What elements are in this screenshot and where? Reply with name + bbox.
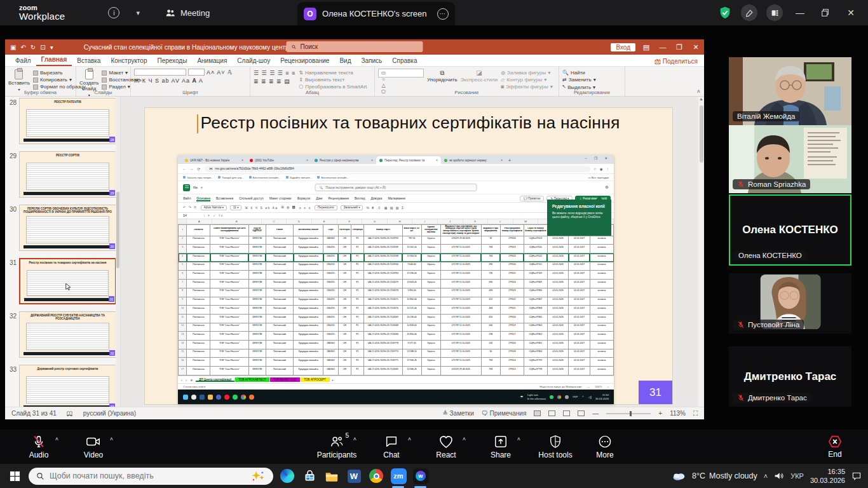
table-cell[interactable]: DB0302 — [323, 349, 339, 358]
share-button[interactable]: Share˄ — [473, 435, 528, 459]
inner-language-indicator[interactable]: УКР — [573, 395, 578, 398]
table-cell[interactable]: 071787 11.10.2025 — [440, 271, 481, 280]
bookmark-item[interactable]: Бесплатное онлайн... — [249, 176, 281, 179]
table-cell[interactable]: 02.01.2026 — [547, 332, 569, 341]
table-cell[interactable]: 32 — [481, 236, 500, 245]
table-cell[interactable]: СЦН№97807 — [524, 297, 547, 306]
table-cell[interactable]: UA-17-0220-70290-23-7209778 — [364, 341, 402, 349]
table-cell[interactable]: Полтавська — [187, 288, 210, 297]
table-cell[interactable]: 071787 11.10.2025 — [440, 306, 481, 315]
table-cell[interactable]: 33931738 — [248, 262, 266, 271]
table-cell[interactable]: основна — [590, 314, 613, 323]
chat-button[interactable]: Chat˄ — [364, 435, 419, 459]
table-cell[interactable]: 56 — [481, 349, 500, 358]
settings-gear-icon[interactable]: ✲ — [605, 185, 609, 190]
column-header-J[interactable]: J — [438, 219, 463, 224]
table-cell[interactable]: UA-17-0220-70290-23-7224568 — [364, 323, 402, 332]
table-cell[interactable]: Кукурудза звичайна — [294, 306, 323, 315]
table-cell[interactable]: Полтавська — [187, 236, 210, 245]
browser-tab[interactable]: Реєстри у сфері насінництва× — [311, 156, 376, 164]
tab-close-icon[interactable]: × — [241, 158, 243, 162]
table-row[interactable]: 4ПолтавськаТОВ "Стасі Насіння"33931738По… — [179, 254, 614, 262]
video-options-chevron[interactable]: ˄ — [110, 436, 113, 442]
table-cell[interactable]: 10 121,00 — [402, 306, 421, 315]
table-cell[interactable]: Полтавська — [187, 358, 210, 367]
table-cell[interactable]: СЦН№97806 — [524, 288, 547, 297]
table-cell[interactable]: Україна — [421, 349, 440, 358]
feedback-link[interactable]: Надіслати відгук до Майкрософт — [539, 385, 582, 388]
cell-name-box[interactable]: S4 — [183, 214, 205, 217]
table-cell[interactable]: UA-17-0220-70290-23-7224569 — [364, 314, 402, 323]
table-cell[interactable]: 33931738 — [248, 245, 266, 254]
table-cell[interactable]: Україна — [421, 367, 440, 376]
ribbon-tab-Переходы[interactable]: Переходы — [152, 56, 192, 66]
table-cell[interactable]: ТОВ "Стасі Насіння" — [210, 262, 248, 271]
normal-view-icon[interactable] — [534, 410, 541, 416]
table-cell[interactable]: СН — [338, 262, 351, 271]
table-cell[interactable]: основна — [590, 341, 613, 349]
slide-thumbnail-33[interactable]: Державний реєстр сортових сертифікатів33 — [19, 365, 116, 407]
webex-icon[interactable]: w — [412, 468, 429, 484]
table-cell[interactable]: 02.01.2026 — [547, 271, 569, 280]
table-cell[interactable]: СЦН№97809 — [524, 280, 547, 288]
whatsapp-tray-icon[interactable] — [550, 395, 553, 399]
table-cell[interactable]: Кукурудза звичайна — [294, 245, 323, 254]
zoom-in-icon[interactable]: + — [658, 410, 662, 417]
slide-thumbnail-32[interactable]: ДЕРЖАВНИЙ РЕЄСТР СУБ'ЄКТІВ НАСІННИЦТВА Т… — [19, 311, 116, 358]
table-cell[interactable]: 279526 — [500, 314, 524, 323]
table-cell[interactable]: Україна — [421, 314, 440, 323]
row-number[interactable]: 16 — [179, 358, 187, 367]
font-size-select[interactable] — [188, 69, 205, 76]
notifications-icon[interactable] — [851, 471, 862, 481]
slide-counter[interactable]: Слайд 31 из 41 — [11, 410, 57, 417]
column-header-E[interactable]: E — [312, 219, 337, 224]
table-cell[interactable]: Полтавський — [266, 288, 294, 297]
participant-tile-3[interactable]: Олена КОСТЕНКООлена КОСТЕНКО — [729, 194, 851, 266]
inner-weather[interactable]: Light rainIn the afternoon — [527, 393, 546, 400]
border-fill-color-icons[interactable]: ⊞ ◍ 🅰 — [281, 205, 297, 210]
react-button[interactable]: React˄ — [419, 435, 473, 459]
excel-search-box[interactable]: 🔍 Пошук інструментів, довідки тощо (Alt … — [315, 184, 477, 191]
slide-thumbnail-28[interactable]: РЕЄСТР ПАТЕНТІВ28 — [19, 98, 116, 144]
row-number[interactable]: 1 — [179, 225, 187, 236]
save-icon[interactable]: ▣ — [10, 44, 16, 51]
column-header-cell[interactable]: Категорія — [338, 225, 351, 236]
table-cell[interactable]: F1 — [351, 306, 363, 315]
table-cell[interactable]: 279523 — [500, 288, 524, 297]
url-field[interactable]: ⋈ me.gov.ua/view/a792d3da-78b6-4462-af88… — [205, 166, 590, 172]
table-cell[interactable]: 02.01.2027 — [569, 288, 590, 297]
table-cell[interactable]: F1 — [351, 236, 363, 245]
table-cell[interactable]: 02.01.2026 — [547, 367, 569, 376]
notes-button[interactable]: ≜ Заметки — [442, 410, 473, 417]
table-cell[interactable]: ТОВ "Стасі Насіння" — [210, 367, 248, 376]
table-cell[interactable]: DS0255 — [323, 297, 339, 306]
more-button[interactable]: More — [583, 435, 627, 459]
table-cell[interactable]: 33931738 — [248, 288, 266, 297]
tab-close-icon[interactable]: × — [371, 158, 373, 162]
table-cell[interactable]: 02.01.2027 — [569, 358, 590, 367]
excel-menu-Рецензування[interactable]: Рецензування — [328, 196, 349, 200]
table-cell[interactable]: 02.01.2026 — [547, 236, 569, 245]
table-cell[interactable]: СН — [338, 271, 351, 280]
table-cell[interactable]: F1 — [351, 271, 363, 280]
participant-tile-5[interactable]: Дмитренко ТарасДмитренко Тарас — [729, 346, 851, 407]
excel-menu-Вигляд[interactable]: Вигляд — [355, 196, 365, 200]
host-tools-button[interactable]: Host tools — [528, 435, 583, 459]
table-cell[interactable]: ТОВ "Стасі Насіння" — [210, 245, 248, 254]
table-cell[interactable]: F1 — [351, 245, 363, 254]
excel-menu-Дані[interactable]: Дані — [316, 196, 322, 200]
reading-view-icon[interactable] — [563, 410, 570, 416]
table-cell[interactable]: 33931738 — [248, 280, 266, 288]
table-cell[interactable]: Україна — [421, 306, 440, 315]
table-cell[interactable]: 02.01.2026 — [547, 280, 569, 288]
table-cell[interactable]: СН — [338, 367, 351, 376]
table-cell[interactable]: F1 — [351, 254, 363, 262]
number-format-box[interactable]: Загальний ▾ — [341, 205, 363, 210]
table-cell[interactable]: 02.01.2027 — [569, 341, 590, 349]
table-cell[interactable]: Полтавський — [266, 314, 294, 323]
table-cell[interactable]: 33931738 — [248, 314, 266, 323]
new-tab-button[interactable]: + — [508, 158, 511, 163]
slide-thumbnail-29[interactable]: РЕЄСТР СОРТІВ29 — [19, 151, 116, 198]
column-header-M[interactable]: M — [513, 219, 539, 224]
slide-thumbnail-30[interactable]: ПЕРЕЛІК СОРТІВ ОВОЧЕВИХ КУЛЬТУР, ВІДСОТК… — [19, 205, 116, 251]
